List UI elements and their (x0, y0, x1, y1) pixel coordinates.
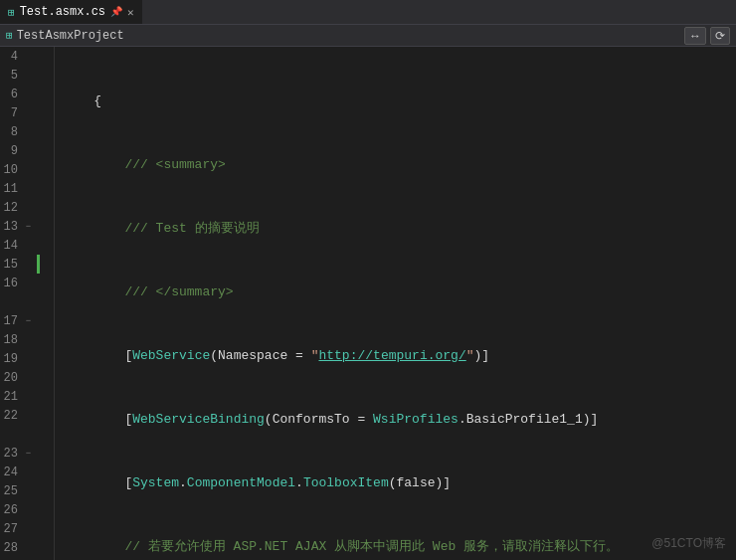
breadcrumb-actions: ↔ ⟳ (684, 27, 730, 45)
tab-pin-icon[interactable]: 📌 (110, 6, 122, 18)
collapse-btn-23[interactable]: − (22, 447, 35, 460)
code-line-11: // 若要允许使用 ASP.NET AJAX 从脚本中调用此 Web 服务，请取… (63, 537, 736, 556)
tab-bar: ⊞ Test.asmx.cs 📌 ✕ (0, 0, 736, 25)
code-line-6: /// Test 的摘要说明 (63, 219, 736, 238)
code-area: { /// <summary> /// Test 的摘要说明 /// </sum… (55, 47, 736, 560)
breadcrumb-icon: ⊞ (6, 29, 13, 42)
collapse-btn-13[interactable]: − (22, 220, 35, 233)
tab-test-asmx[interactable]: ⊞ Test.asmx.cs 📌 ✕ (0, 0, 143, 24)
tab-label: Test.asmx.cs (20, 5, 105, 19)
gutter: 4 5 6 7 8 9 10 11 12 13− 14 15 16 17− 18… (0, 47, 55, 560)
tab-close-icon[interactable]: ✕ (127, 6, 134, 19)
breadcrumb-refresh-btn[interactable]: ⟳ (710, 27, 730, 45)
code-line-4: { (63, 92, 736, 110)
code-line-8: [WebService(Namespace = "http://tempuri.… (63, 346, 736, 365)
code-line-5: /// <summary> (63, 155, 736, 174)
editor: 4 5 6 7 8 9 10 11 12 13− 14 15 16 17− 18… (0, 47, 736, 560)
breadcrumb-path: TestAsmxProject (17, 29, 124, 43)
breadcrumb-bar: ⊞ TestAsmxProject ↔ ⟳ (0, 25, 736, 47)
tab-icon: ⊞ (8, 6, 15, 19)
breadcrumb-toggle-btn[interactable]: ↔ (684, 27, 706, 45)
code-line-9: [WebServiceBinding(ConformsTo = WsiProfi… (63, 410, 736, 429)
code-line-7: /// </summary> (63, 282, 736, 301)
code-line-10: [System.ComponentModel.ToolboxItem(false… (63, 473, 736, 492)
collapse-btn-17[interactable]: − (22, 314, 35, 327)
